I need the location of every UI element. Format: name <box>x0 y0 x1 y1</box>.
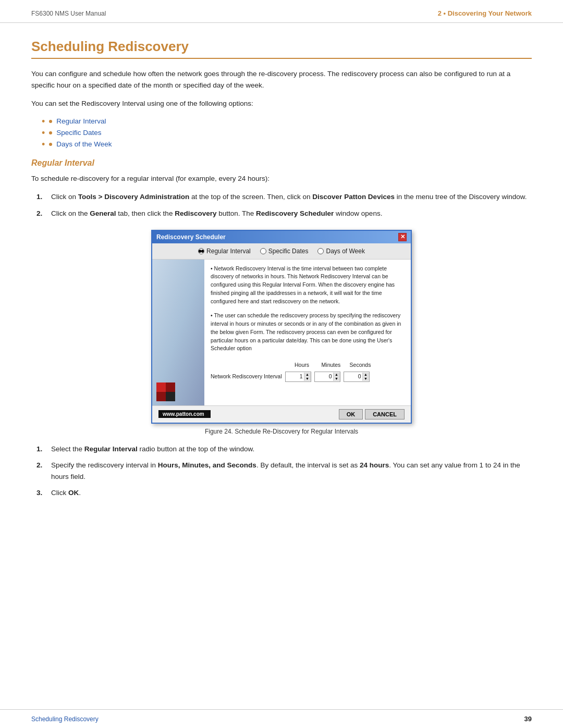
main-content: Scheduling Rediscovery You can configure… <box>0 28 563 709</box>
dialog-window: Rediscovery Scheduler ✕ Regular Interval… <box>151 230 412 424</box>
header-chapter-title: 2 • Discovering Your Network <box>438 9 532 17</box>
list-item-regular-interval: Regular Interval <box>42 117 532 126</box>
page-container: FS6300 NMS User Manual 2 • Discovering Y… <box>0 0 563 728</box>
step2-bold1: General <box>90 209 116 217</box>
step-5: Click OK. <box>36 487 532 499</box>
website-label: www.patton.com <box>158 410 211 418</box>
radio-circle-days <box>317 248 324 254</box>
seconds-down-arrow[interactable]: ▼ <box>363 377 369 381</box>
header-manual-title: FS6300 NMS User Manual <box>31 10 106 17</box>
step2-bold3: Rediscovery Scheduler <box>256 209 334 217</box>
dialog-left-panel <box>152 260 204 405</box>
ok-button[interactable]: OK <box>339 409 363 419</box>
page-title: Scheduling Rediscovery <box>31 39 532 59</box>
dialog-footer-buttons: OK CANCEL <box>339 409 405 419</box>
options-list: Regular Interval Specific Dates Days of … <box>42 117 532 149</box>
minutes-spinner[interactable]: 0 ▲ ▼ <box>314 372 340 382</box>
svg-rect-3 <box>166 392 175 401</box>
svg-rect-0 <box>156 382 166 392</box>
seconds-spinner[interactable]: 0 ▲ ▼ <box>344 372 370 382</box>
section-intro-text: To schedule re-discovery for a regular i… <box>31 173 532 184</box>
dialog-radio-row: Regular Interval Specific Dates Days of … <box>152 243 411 260</box>
section-heading-regular-interval: Regular Interval <box>31 158 532 168</box>
interval-col-headers: Hours Minutes Seconds <box>289 361 405 369</box>
step3-bold1: Regular Interval <box>84 445 138 453</box>
footer-section-title: Scheduling Rediscovery <box>31 715 99 723</box>
dialog-close-button[interactable]: ✕ <box>398 233 407 241</box>
list-item-days-of-week: Days of the Week <box>42 140 532 149</box>
bullet-icon <box>49 143 52 146</box>
intro-paragraph-1: You can configure and schedule how often… <box>31 68 532 91</box>
seconds-up-arrow[interactable]: ▲ <box>363 373 369 377</box>
step-4: Specify the rediscovery interval in Hour… <box>36 460 532 482</box>
minutes-header: Minutes <box>318 361 344 369</box>
link-specific-dates[interactable]: Specific Dates <box>56 129 101 137</box>
radio-specific-dates[interactable]: Specific Dates <box>260 248 309 255</box>
interval-label: Network Rediscovery Interval <box>211 373 282 381</box>
radio-label-specific: Specific Dates <box>268 248 309 255</box>
radio-label-regular: Regular Interval <box>206 248 251 255</box>
intro-paragraph-2: You can set the Rediscovery Interval usi… <box>31 98 532 109</box>
steps-list: Click on Tools > Discovery Administratio… <box>36 191 532 219</box>
page-header: FS6300 NMS User Manual 2 • Discovering Y… <box>0 0 563 23</box>
seconds-header: Seconds <box>347 361 373 369</box>
step4-bold1: Hours, Minutes, and Seconds <box>158 461 256 469</box>
dialog-title: Rediscovery Scheduler <box>156 233 226 241</box>
minutes-value: 0 <box>315 372 333 381</box>
step5-bold1: OK <box>68 489 79 497</box>
hours-header: Hours <box>289 361 315 369</box>
seconds-arrows: ▲ ▼ <box>362 373 369 381</box>
bullet-icon <box>49 120 52 123</box>
hours-up-arrow[interactable]: ▲ <box>304 373 311 377</box>
minutes-up-arrow[interactable]: ▲ <box>334 373 340 377</box>
radio-circle-regular <box>198 248 204 254</box>
list-item-specific-dates: Specific Dates <box>42 128 532 138</box>
interval-input-row: Network Rediscovery Interval 1 ▲ ▼ <box>211 372 405 382</box>
step1-bold1: Tools > Discovery Administration <box>78 193 189 201</box>
hours-value: 1 <box>286 372 304 381</box>
minutes-down-arrow[interactable]: ▼ <box>334 377 340 381</box>
seconds-value: 0 <box>344 372 362 381</box>
dialog-body: • Network Rediscovery Interval is the ti… <box>152 260 411 405</box>
bullet-2-icon: • <box>211 312 213 318</box>
figure-caption: Figure 24. Schedule Re-Discovery for Reg… <box>31 428 532 435</box>
svg-rect-1 <box>166 382 175 392</box>
step2-bold2: Rediscovery <box>175 209 216 217</box>
bullet-1-icon: • <box>211 265 213 272</box>
step-2: Click on the General tab, then click the… <box>36 208 532 219</box>
dialog-container: Rediscovery Scheduler ✕ Regular Interval… <box>31 230 532 424</box>
radio-days-of-week[interactable]: Days of Week <box>317 248 364 255</box>
radio-regular-interval[interactable]: Regular Interval <box>198 248 251 255</box>
dialog-bottom-bar: www.patton.com OK CANCEL <box>152 405 411 423</box>
link-days-of-week[interactable]: Days of the Week <box>56 140 112 148</box>
minutes-arrows: ▲ ▼ <box>333 373 340 381</box>
link-regular-interval[interactable]: Regular Interval <box>56 117 106 125</box>
patton-logo-icon <box>156 382 175 401</box>
radio-circle-specific <box>260 248 266 254</box>
hours-arrows: ▲ ▼ <box>304 373 311 381</box>
step1-bold2: Discover Patton Devices <box>312 193 395 201</box>
hours-spinner[interactable]: 1 ▲ ▼ <box>285 372 311 382</box>
step-1: Click on Tools > Discovery Administratio… <box>36 191 532 203</box>
radio-label-days: Days of Week <box>326 248 364 255</box>
step-3: Select the Regular Interval radio button… <box>36 443 532 455</box>
steps-after-list: Select the Regular Interval radio button… <box>36 443 532 499</box>
dialog-info-bullet-1: • Network Rediscovery Interval is the ti… <box>211 265 405 306</box>
step4-bold2: 24 hours <box>360 461 389 469</box>
page-footer: Scheduling Rediscovery 39 <box>0 709 563 728</box>
footer-page-number: 39 <box>524 715 532 723</box>
dialog-info-bullet-2: • The user can schedule the rediscovery … <box>211 312 405 353</box>
dialog-right-panel: • Network Rediscovery Interval is the ti… <box>204 260 411 405</box>
svg-rect-2 <box>156 392 166 401</box>
dialog-titlebar: Rediscovery Scheduler ✕ <box>152 231 411 243</box>
bullet-icon <box>49 131 52 134</box>
cancel-button[interactable]: CANCEL <box>365 409 405 419</box>
hours-down-arrow[interactable]: ▼ <box>304 377 311 381</box>
